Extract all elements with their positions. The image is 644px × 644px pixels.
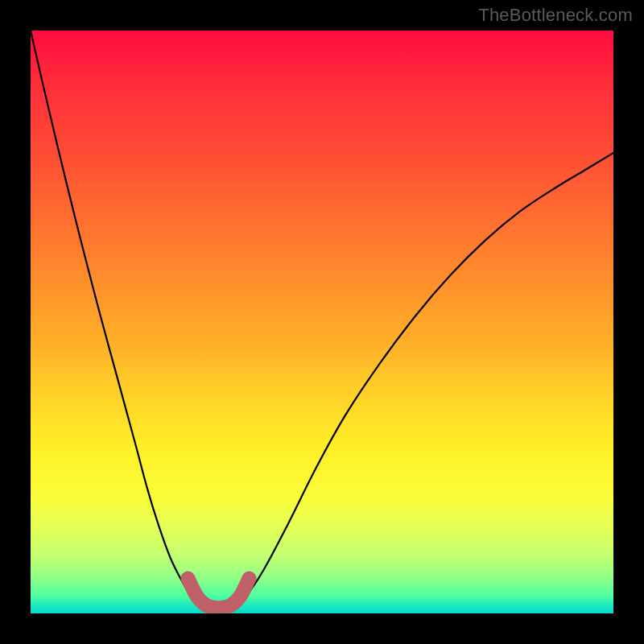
right-curve-path	[234, 153, 613, 606]
minimum-arc-path	[188, 579, 249, 609]
plot-area	[31, 31, 613, 613]
curve-layer	[31, 31, 613, 613]
chart-frame: TheBottleneck.com	[0, 0, 644, 644]
left-curve-path	[31, 31, 203, 606]
watermark-text: TheBottleneck.com	[478, 5, 633, 26]
